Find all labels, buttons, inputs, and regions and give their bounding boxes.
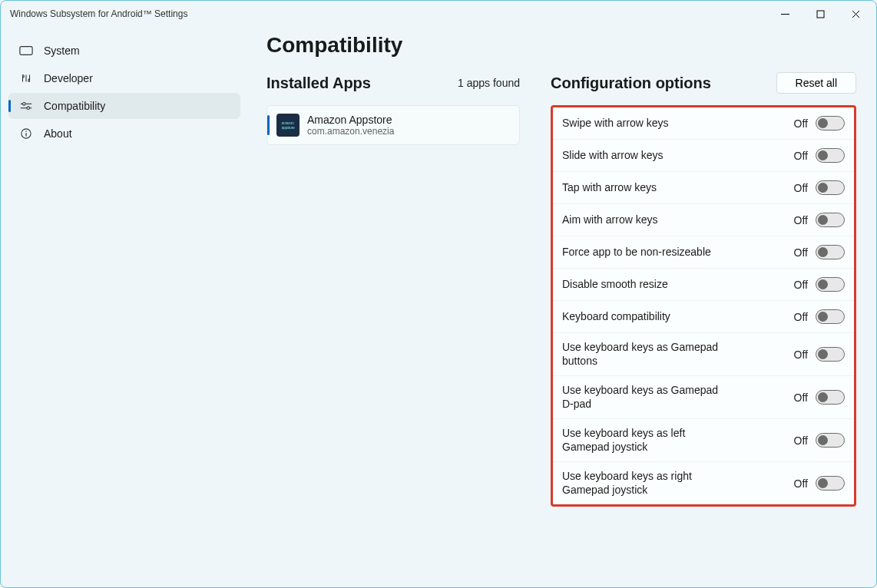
display-icon (19, 45, 33, 56)
config-options-list: Swipe with arrow keysOffSlide with arrow… (551, 105, 856, 507)
config-option-control: Off (794, 245, 845, 259)
config-option-label: Use keyboard keys as right Gamepad joyst… (562, 470, 731, 497)
close-icon (852, 10, 860, 18)
config-option-label: Use keyboard keys as Gamepad buttons (562, 341, 731, 368)
sidebar-item-compatibility[interactable]: Compatibility (8, 93, 240, 119)
tools-icon (19, 73, 33, 84)
sliders-icon (19, 101, 33, 111)
toggle-state-text: Off (794, 182, 808, 194)
sidebar-item-developer[interactable]: Developer (8, 65, 240, 91)
config-option-row: Use keyboard keys as left Gamepad joysti… (553, 419, 854, 462)
toggle-switch[interactable] (816, 347, 845, 362)
toggle-switch[interactable] (816, 277, 845, 292)
svg-point-11 (25, 130, 27, 132)
config-option-row: Use keyboard keys as Gamepad D-padOff (553, 376, 854, 419)
config-header: Configuration options Reset all (551, 71, 856, 94)
toggle-state-text: Off (794, 214, 808, 226)
config-column: Configuration options Reset all Swipe wi… (551, 71, 856, 507)
app-package: com.amazon.venezia (307, 126, 394, 137)
config-option-label: Aim with arrow keys (562, 213, 657, 227)
app-name: Amazon Appstore (307, 114, 394, 126)
titlebar: Windows Subsystem for Android™ Settings (1, 1, 876, 27)
window-title: Windows Subsystem for Android™ Settings (10, 8, 187, 19)
app-texts: Amazon Appstore com.amazon.venezia (307, 114, 394, 137)
svg-point-8 (27, 107, 30, 110)
main-content: Compatibility Installed Apps 1 apps foun… (247, 27, 876, 587)
maximize-icon (816, 10, 825, 18)
config-option-control: Off (794, 148, 845, 163)
config-option-row: Swipe with arrow keysOff (553, 107, 854, 140)
sidebar: System Developer Compatibility About (1, 27, 247, 587)
window-controls (767, 2, 873, 25)
config-option-control: Off (794, 213, 845, 227)
installed-apps-column: Installed Apps 1 apps found amazonappsto… (266, 71, 520, 145)
config-option-label: Slide with arrow keys (562, 149, 664, 163)
toggle-switch[interactable] (816, 148, 845, 163)
toggle-switch[interactable] (816, 309, 845, 324)
app-window: Windows Subsystem for Android™ Settings … (0, 0, 877, 588)
body: System Developer Compatibility About (1, 27, 876, 587)
sidebar-item-label: Developer (44, 72, 93, 84)
svg-point-6 (23, 103, 26, 106)
config-option-control: Off (794, 180, 845, 195)
close-button[interactable] (838, 2, 873, 25)
minimize-button[interactable] (767, 2, 803, 25)
page-title: Compatibility (266, 33, 856, 58)
toggle-state-text: Off (794, 434, 808, 447)
config-option-label: Tap with arrow keys (562, 181, 657, 195)
config-option-label: Use keyboard keys as left Gamepad joysti… (562, 427, 731, 454)
toggle-switch[interactable] (816, 390, 845, 405)
sidebar-item-label: Compatibility (44, 100, 105, 112)
toggle-switch[interactable] (816, 116, 845, 130)
sidebar-item-label: About (44, 127, 72, 140)
toggle-switch[interactable] (816, 180, 845, 195)
sidebar-item-system[interactable]: System (8, 38, 240, 64)
toggle-state-text: Off (794, 311, 808, 323)
svg-rect-1 (817, 11, 824, 18)
toggle-state-text: Off (794, 477, 808, 490)
toggle-switch[interactable] (816, 213, 845, 227)
toggle-state-text: Off (794, 349, 808, 361)
apps-found-count: 1 apps found (458, 77, 520, 89)
apps-section-title: Installed Apps (266, 74, 371, 92)
config-option-label: Force app to be non-resizeable (562, 246, 711, 259)
config-option-label: Keyboard compatibility (562, 310, 670, 324)
sidebar-item-label: System (44, 45, 80, 57)
toggle-state-text: Off (794, 117, 808, 130)
svg-rect-4 (20, 47, 32, 55)
toggle-switch[interactable] (816, 433, 845, 448)
config-option-control: Off (794, 347, 845, 362)
toggle-state-text: Off (794, 246, 808, 259)
columns: Installed Apps 1 apps found amazonappsto… (266, 71, 856, 507)
sidebar-item-about[interactable]: About (8, 121, 240, 147)
toggle-switch[interactable] (816, 476, 845, 491)
config-option-row: Disable smooth resizeOff (553, 269, 854, 301)
config-option-label: Use keyboard keys as Gamepad D-pad (562, 384, 731, 411)
config-option-label: Swipe with arrow keys (562, 117, 669, 130)
config-option-control: Off (794, 277, 845, 292)
config-option-row: Slide with arrow keysOff (553, 140, 854, 172)
toggle-state-text: Off (794, 150, 808, 162)
config-section-title: Configuration options (551, 74, 711, 92)
app-card[interactable]: amazonappstore Amazon Appstore com.amazo… (266, 105, 520, 145)
minimize-icon (781, 10, 789, 18)
config-option-control: Off (794, 476, 845, 491)
config-option-row: Force app to be non-resizeableOff (553, 236, 854, 269)
config-option-row: Aim with arrow keysOff (553, 204, 854, 236)
config-option-control: Off (794, 309, 845, 324)
toggle-state-text: Off (794, 391, 808, 404)
config-option-label: Disable smooth resize (562, 278, 668, 292)
maximize-button[interactable] (803, 2, 838, 25)
apps-header: Installed Apps 1 apps found (266, 71, 520, 94)
toggle-state-text: Off (794, 279, 808, 291)
toggle-switch[interactable] (816, 245, 845, 259)
config-option-control: Off (794, 116, 845, 130)
reset-all-button[interactable]: Reset all (776, 72, 856, 94)
app-icon: amazonappstore (276, 114, 300, 137)
config-option-control: Off (794, 390, 845, 405)
config-option-row: Keyboard compatibilityOff (553, 301, 854, 333)
config-option-control: Off (794, 433, 845, 448)
config-option-row: Use keyboard keys as Gamepad buttonsOff (553, 333, 854, 376)
config-option-row: Use keyboard keys as right Gamepad joyst… (553, 462, 854, 504)
config-option-row: Tap with arrow keysOff (553, 172, 854, 204)
